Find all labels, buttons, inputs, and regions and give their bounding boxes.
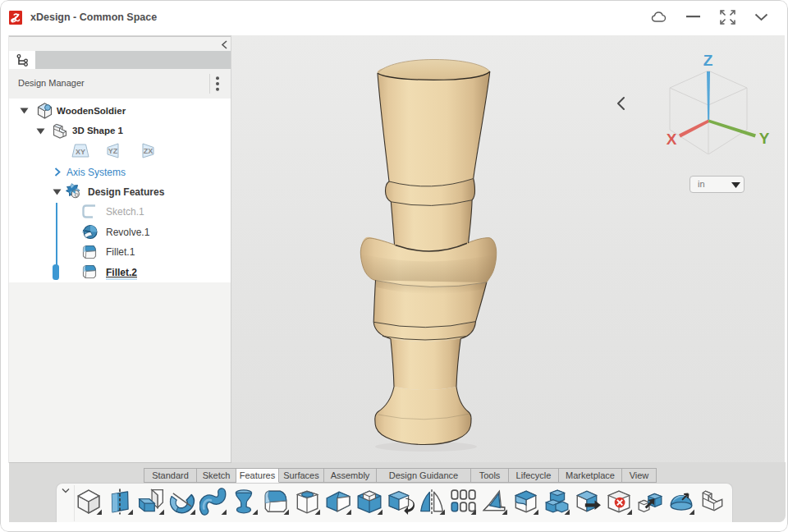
- svg-text:ZX: ZX: [144, 147, 153, 155]
- svg-text:XY: XY: [76, 148, 85, 156]
- svg-text:X: X: [667, 131, 677, 148]
- svg-text:Z: Z: [703, 52, 713, 69]
- svg-text:YZ: YZ: [108, 147, 118, 155]
- svg-text:Y: Y: [759, 130, 770, 147]
